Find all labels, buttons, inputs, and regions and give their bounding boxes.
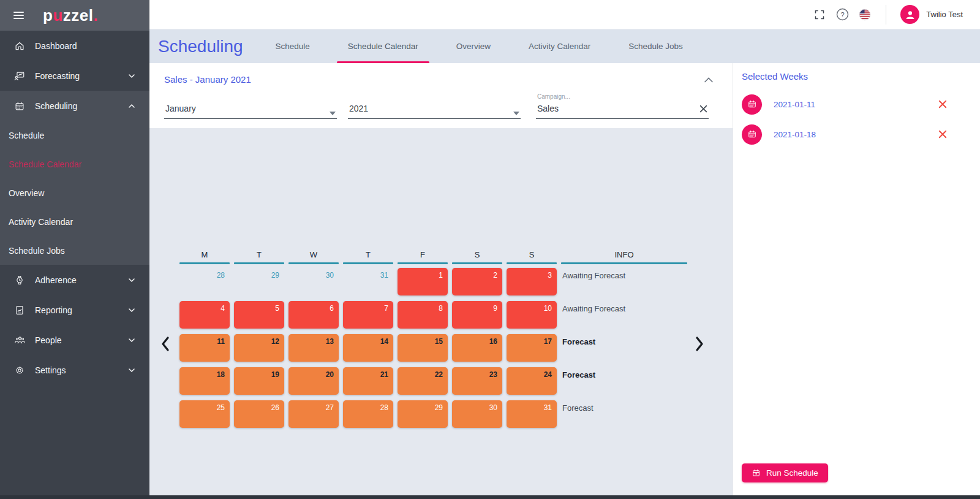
chevron-up-icon bbox=[127, 101, 137, 111]
calendar-day[interactable]: 12 bbox=[234, 334, 284, 362]
calendar-day[interactable]: 24 bbox=[507, 367, 557, 395]
calendar-day[interactable]: 25 bbox=[179, 400, 230, 428]
day-number: 21 bbox=[380, 370, 388, 379]
calendar-day[interactable]: 3 bbox=[507, 268, 557, 295]
run-schedule-button[interactable]: Run Schedule bbox=[742, 463, 828, 482]
calendar-week-row: 25 26 27 28 29 30 31 Forecast bbox=[179, 400, 687, 428]
calendar-day[interactable]: 10 bbox=[507, 301, 557, 329]
day-number: 31 bbox=[544, 403, 552, 412]
logo-accent: u bbox=[53, 6, 62, 25]
previous-month-arrow[interactable] bbox=[158, 335, 173, 353]
calendar-day[interactable]: 28 bbox=[179, 268, 230, 295]
calendar-day[interactable]: 16 bbox=[452, 334, 502, 362]
selected-week-date[interactable]: 2021-01-18 bbox=[774, 130, 816, 139]
clear-campaign-icon[interactable] bbox=[699, 105, 707, 115]
calendar-day[interactable]: 30 bbox=[452, 400, 502, 428]
tab-schedule-calendar[interactable]: Schedule Calendar bbox=[329, 29, 437, 63]
header-underline bbox=[234, 262, 284, 264]
calendar-day[interactable]: 6 bbox=[288, 301, 339, 329]
week-info: Forecast bbox=[561, 400, 687, 428]
calendar-day[interactable]: 29 bbox=[234, 268, 284, 295]
calendar-icon bbox=[752, 468, 761, 478]
sidebar-subitem-schedule-calendar[interactable]: Schedule Calendar bbox=[0, 150, 149, 178]
user-name: Twilio Test bbox=[926, 10, 963, 19]
puzzel-logo: puzzel. bbox=[43, 6, 98, 25]
calendar-day[interactable]: 17 bbox=[507, 334, 557, 362]
language-flag-icon[interactable] bbox=[858, 8, 872, 21]
calendar-day[interactable]: 13 bbox=[288, 334, 339, 362]
calendar-badge-icon bbox=[742, 94, 762, 115]
calendar-day[interactable]: 1 bbox=[398, 268, 448, 295]
calendar-day[interactable]: 26 bbox=[234, 400, 284, 428]
calendar-day[interactable]: 15 bbox=[398, 334, 448, 362]
selected-week-item: 2021-01-11 bbox=[742, 94, 971, 115]
calendar-badge-icon bbox=[742, 124, 762, 145]
calendar-day[interactable]: 20 bbox=[288, 367, 339, 395]
day-header: T bbox=[234, 250, 284, 259]
fullscreen-icon[interactable] bbox=[813, 8, 826, 21]
calendar-day[interactable]: 19 bbox=[234, 367, 284, 395]
tab-schedule-jobs[interactable]: Schedule Jobs bbox=[609, 29, 702, 63]
header-underline bbox=[343, 262, 393, 264]
calendar-day[interactable]: 8 bbox=[398, 301, 448, 329]
avatar[interactable] bbox=[900, 5, 919, 24]
campaign-input[interactable]: Campaign... Sales bbox=[536, 102, 709, 119]
sidebar-subitem-schedule-jobs[interactable]: Schedule Jobs bbox=[0, 236, 149, 265]
tab-overview[interactable]: Overview bbox=[437, 29, 510, 63]
day-number: 9 bbox=[493, 304, 497, 313]
sidebar-item-settings[interactable]: Settings bbox=[0, 355, 149, 385]
calendar-day[interactable]: 31 bbox=[343, 268, 393, 295]
selected-week-date[interactable]: 2021-01-11 bbox=[774, 100, 815, 109]
sidebar-item-forecasting[interactable]: Forecasting bbox=[0, 61, 149, 91]
week-info: Forecast bbox=[561, 334, 687, 362]
topbar-divider bbox=[886, 5, 886, 25]
sidebar-item-dashboard[interactable]: Dashboard bbox=[0, 31, 149, 61]
sidebar-item-reporting[interactable]: Reporting bbox=[0, 295, 149, 325]
calendar-day[interactable]: 22 bbox=[398, 367, 448, 395]
header-underline bbox=[507, 262, 557, 264]
tab-activity-calendar[interactable]: Activity Calendar bbox=[510, 29, 609, 63]
calendar-day[interactable]: 7 bbox=[343, 301, 393, 329]
remove-week-icon[interactable] bbox=[938, 130, 947, 139]
topbar: ? Twilio Test bbox=[149, 0, 980, 29]
sidebar-item-label: Scheduling bbox=[35, 101, 127, 111]
calendar-day[interactable]: 11 bbox=[179, 334, 230, 362]
calendar-day[interactable]: 14 bbox=[343, 334, 393, 362]
day-number: 14 bbox=[380, 337, 388, 346]
dropdown-arrow-icon bbox=[330, 107, 336, 117]
day-number: 8 bbox=[439, 304, 443, 313]
day-number: 30 bbox=[489, 403, 497, 412]
sidebar-item-adherence[interactable]: Adherence bbox=[0, 265, 149, 295]
help-icon[interactable]: ? bbox=[835, 8, 849, 21]
calendar-day[interactable]: 4 bbox=[179, 301, 230, 329]
dropdown-arrow-icon bbox=[513, 107, 519, 117]
sidebar-subitem-activity-calendar[interactable]: Activity Calendar bbox=[0, 207, 149, 236]
calendar-day[interactable]: 30 bbox=[288, 268, 339, 295]
next-month-arrow[interactable] bbox=[692, 335, 707, 353]
remove-week-icon[interactable] bbox=[938, 100, 947, 109]
calendar-day[interactable]: 27 bbox=[288, 400, 339, 428]
tab-schedule[interactable]: Schedule bbox=[257, 29, 329, 63]
calendar-day[interactable]: 21 bbox=[343, 367, 393, 395]
month-select[interactable]: January bbox=[164, 102, 337, 119]
calendar-day[interactable]: 31 bbox=[507, 400, 557, 428]
sidebar-subitem-schedule[interactable]: Schedule bbox=[0, 121, 149, 150]
day-number: 16 bbox=[489, 337, 497, 346]
sidebar-item-people[interactable]: People bbox=[0, 325, 149, 355]
collapse-panel-icon[interactable] bbox=[704, 74, 713, 85]
sidebar-header: puzzel. bbox=[0, 0, 149, 31]
sidebar-subitem-overview[interactable]: Overview bbox=[0, 178, 149, 207]
menu-icon[interactable] bbox=[11, 7, 26, 23]
sidebar-item-label: Reporting bbox=[35, 305, 127, 315]
calendar-day[interactable]: 23 bbox=[452, 367, 502, 395]
sidebar-item-scheduling[interactable]: Scheduling bbox=[0, 91, 149, 121]
calendar-day[interactable]: 2 bbox=[452, 268, 502, 295]
day-number: 1 bbox=[439, 271, 443, 280]
calendar-day[interactable]: 28 bbox=[343, 400, 393, 428]
calendar-day[interactable]: 5 bbox=[234, 301, 284, 329]
calendar-day[interactable]: 29 bbox=[398, 400, 448, 428]
sidebar-item-label: Dashboard bbox=[35, 41, 137, 51]
calendar-day[interactable]: 9 bbox=[452, 301, 502, 329]
year-select[interactable]: 2021 bbox=[348, 102, 521, 119]
calendar-day[interactable]: 18 bbox=[179, 367, 230, 395]
